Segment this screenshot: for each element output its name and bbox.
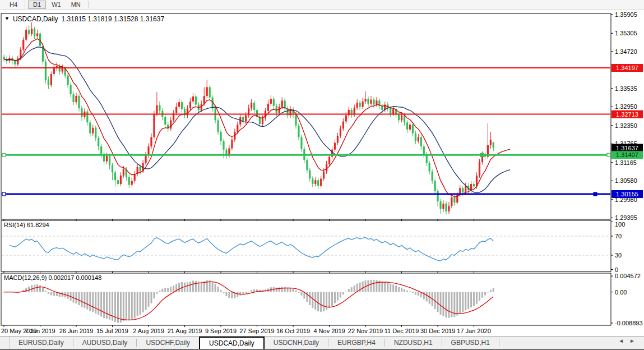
- svg-text:7 Jun 2019: 7 Jun 2019: [25, 328, 55, 334]
- tab-nzdusd-h1[interactable]: NZDUSD,H1: [385, 337, 442, 349]
- chart-canvas: 1.359051.353051.347201.341351.335351.329…: [0, 0, 644, 350]
- svg-text:1.31637: 1.31637: [616, 145, 638, 151]
- svg-text:1.34720: 1.34720: [615, 48, 637, 55]
- price-badge: 1.31637: [611, 144, 643, 152]
- svg-text:22 Nov 2019: 22 Nov 2019: [348, 328, 383, 334]
- tab-audusd-daily[interactable]: AUDUSD,Daily: [73, 337, 137, 349]
- svg-text:21 Aug 2019: 21 Aug 2019: [168, 328, 202, 334]
- svg-text:1.35305: 1.35305: [615, 30, 637, 36]
- price-badge: 1.32713: [611, 110, 643, 118]
- ohlc-values: 1.31815 1.31819 1.31528 1.31637: [62, 15, 165, 23]
- collapse-triangle-icon[interactable]: ▼: [4, 16, 10, 21]
- symbol-label: USDCAD,Daily: [13, 15, 58, 23]
- line-handle[interactable]: [2, 192, 6, 196]
- svg-text:1.29395: 1.29395: [615, 214, 637, 221]
- rsi-indicator-label: RSI(14) 61.8294: [4, 222, 49, 228]
- price-badge: 1.34197: [611, 64, 643, 72]
- tab-bar-corner: [0, 337, 10, 349]
- svg-text:16 Oct 2019: 16 Oct 2019: [276, 328, 310, 334]
- svg-text:1.32350: 1.32350: [615, 122, 637, 129]
- svg-text:100: 100: [615, 221, 625, 228]
- svg-text:70: 70: [615, 233, 622, 240]
- macd-indicator-label: MACD(12,26,9) 0.002017 0.000148: [4, 274, 101, 281]
- line-handle[interactable]: [480, 153, 484, 156]
- svg-text:2 Aug 2019: 2 Aug 2019: [133, 328, 164, 334]
- svg-text:9 Sep 2019: 9 Sep 2019: [205, 328, 237, 334]
- svg-text:1.32713: 1.32713: [616, 111, 638, 118]
- tab-scroll-right-icon[interactable]: ►: [629, 338, 641, 344]
- tab-scroll-arrows: ◄►: [618, 338, 641, 344]
- svg-text:4 Nov 2019: 4 Nov 2019: [313, 328, 345, 334]
- svg-text:1.31165: 1.31165: [615, 159, 637, 166]
- line-handle[interactable]: [2, 153, 6, 156]
- chart-tab-bar: EURUSD,DailyAUDUSD,DailyUSDCHF,DailyUSDC…: [0, 336, 644, 350]
- svg-text:1.32950: 1.32950: [615, 103, 637, 110]
- svg-text:1.34197: 1.34197: [616, 65, 638, 71]
- svg-text:-0.008893: -0.008893: [615, 320, 643, 326]
- svg-text:15 Jul 2019: 15 Jul 2019: [96, 328, 128, 334]
- svg-text:1.30580: 1.30580: [615, 177, 637, 184]
- tab-separator: [499, 339, 499, 347]
- tab-usdchf-daily[interactable]: USDCHF,Daily: [137, 337, 199, 349]
- tab-eurgbp-h4[interactable]: EURGBP,H4: [328, 337, 384, 349]
- tab-gbpusd-h1[interactable]: GBPUSD,H1: [442, 337, 499, 349]
- tab-scroll-left-icon[interactable]: ◄: [618, 338, 629, 344]
- price-badge: 1.31407: [611, 151, 643, 159]
- svg-text:1.35905: 1.35905: [615, 11, 637, 18]
- tab-usdcad-daily[interactable]: USDCAD,Daily: [199, 337, 265, 349]
- svg-text:0: 0: [615, 266, 618, 273]
- line-handle[interactable]: [594, 192, 597, 196]
- svg-text:27 Sep 2019: 27 Sep 2019: [239, 328, 274, 334]
- line-handle[interactable]: [607, 153, 610, 156]
- svg-text:17 Jan 2020: 17 Jan 2020: [457, 328, 491, 334]
- svg-text:1.31407: 1.31407: [616, 151, 638, 158]
- price-badge: 1.30155: [611, 190, 643, 198]
- svg-text:1.30155: 1.30155: [616, 191, 638, 197]
- svg-text:11 Dec 2019: 11 Dec 2019: [384, 328, 419, 334]
- svg-text:30 Dec 2019: 30 Dec 2019: [420, 328, 455, 334]
- svg-text:30: 30: [615, 252, 622, 259]
- chart-title-bar[interactable]: ▼ USDCAD,Daily 1.31815 1.31819 1.31528 1…: [4, 15, 164, 23]
- macd-axis: 0.0045720.00-0.008893: [611, 273, 643, 326]
- terminal-window: H4D1W1MN 1.359051.353051.347201.341351.3…: [0, 0, 644, 350]
- svg-text:0.00: 0.00: [615, 289, 627, 296]
- svg-text:1.33535: 1.33535: [615, 85, 637, 92]
- svg-text:26 Jun 2019: 26 Jun 2019: [59, 328, 94, 334]
- tab-eurusd-daily[interactable]: EURUSD,Daily: [10, 337, 73, 349]
- tab-usdcnh-daily[interactable]: USDCNH,Daily: [265, 337, 328, 349]
- svg-text:0.004572: 0.004572: [615, 273, 641, 279]
